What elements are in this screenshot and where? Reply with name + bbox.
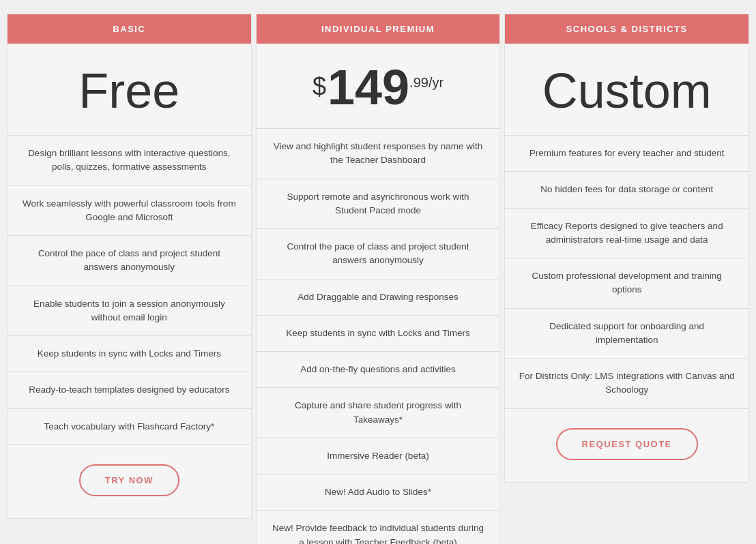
features-list-individual-premium: View and highlight student responses by … — [257, 129, 500, 544]
feature-item-individual-premium-4: Keep students in sync with Locks and Tim… — [257, 316, 500, 352]
features-list-schools-districts: Premium features for every teacher and s… — [505, 136, 748, 409]
feature-item-basic-3: Enable students to join a session anonym… — [8, 286, 251, 337]
feature-item-individual-premium-6: Capture and share student progress with … — [257, 388, 500, 438]
plan-action-basic: TRY NOW — [8, 445, 251, 518]
plan-price-schools-districts: Custom — [505, 44, 748, 136]
feature-item-schools-districts-3: Custom professional development and trai… — [505, 258, 748, 309]
feature-item-individual-premium-9: New! Provide feedback to individual stud… — [257, 511, 500, 544]
feature-item-individual-premium-5: Add on-the-fly questions and activities — [257, 352, 500, 388]
plan-action-schools-districts: REQUEST QUOTE — [505, 409, 748, 482]
price-custom-label: Custom — [542, 63, 712, 118]
feature-item-basic-0: Design brilliant lessons with interactiv… — [8, 136, 251, 186]
action-button-schools-districts[interactable]: REQUEST QUOTE — [556, 428, 698, 460]
feature-item-basic-5: Ready-to-teach templates designed by edu… — [8, 372, 251, 408]
plan-card-schools-districts: SCHOOLS & DISTRICTSCustomPremium feature… — [504, 14, 749, 483]
plan-price-individual-premium: $ 149 .99/yr — [257, 44, 500, 129]
plan-header-basic: BASIC — [8, 14, 251, 44]
feature-item-schools-districts-1: No hidden fees for data storage or conte… — [505, 172, 748, 208]
features-list-basic: Design brilliant lessons with interactiv… — [8, 136, 251, 445]
feature-item-basic-1: Work seamlessly with powerful classroom … — [8, 186, 251, 237]
price-dollar: $ — [312, 72, 326, 101]
plan-card-basic: BASICFreeDesign brilliant lessons with i… — [7, 14, 252, 519]
price-cents: .99/yr — [409, 75, 444, 91]
feature-item-basic-6: Teach vocabulary with Flashcard Factory* — [8, 409, 251, 445]
feature-item-individual-premium-1: Support remote and asynchronous work wit… — [257, 179, 500, 230]
feature-item-schools-districts-2: Efficacy Reports designed to give teache… — [505, 209, 748, 259]
feature-item-individual-premium-3: Add Draggable and Drawing responses — [257, 279, 500, 316]
plan-card-individual-premium: INDIVIDUAL PREMIUM $ 149 .99/yr View and… — [256, 14, 501, 544]
feature-item-basic-4: Keep students in sync with Locks and Tim… — [8, 336, 251, 372]
pricing-container: BASICFreeDesign brilliant lessons with i… — [7, 14, 749, 544]
feature-item-individual-premium-8: New! Add Audio to Slides* — [257, 474, 500, 511]
price-free-label: Free — [78, 63, 179, 118]
feature-item-schools-districts-4: Dedicated support for onboarding and imp… — [505, 309, 748, 359]
plan-header-individual-premium: INDIVIDUAL PREMIUM — [257, 14, 500, 44]
price-big: 149 — [328, 63, 409, 112]
feature-item-schools-districts-5: For Districts Only: LMS integrations wit… — [505, 359, 748, 409]
feature-item-basic-2: Control the pace of class and project st… — [8, 236, 251, 286]
feature-item-individual-premium-0: View and highlight student responses by … — [257, 129, 500, 179]
feature-item-individual-premium-7: Immersive Reader (beta) — [257, 438, 500, 474]
feature-item-schools-districts-0: Premium features for every teacher and s… — [505, 136, 748, 172]
feature-item-individual-premium-2: Control the pace of class and project st… — [257, 229, 500, 279]
action-button-basic[interactable]: TRY NOW — [79, 464, 179, 496]
plan-header-schools-districts: SCHOOLS & DISTRICTS — [505, 14, 748, 44]
plan-price-basic: Free — [8, 44, 251, 136]
